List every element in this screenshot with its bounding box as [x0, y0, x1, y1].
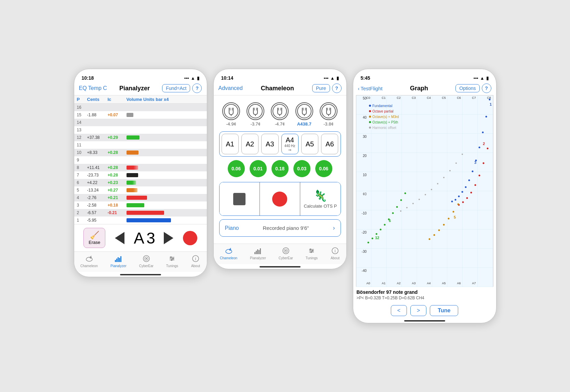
svg-rect-4: [116, 259, 117, 262]
tab-tunings-2[interactable]: Tunings: [306, 246, 318, 260]
tab-chameleon-2[interactable]: Chameleon: [220, 246, 237, 260]
row-cents: +8.33: [87, 150, 108, 155]
cyberear-icon-2: [281, 246, 291, 256]
testflight-back-btn[interactable]: ‹ TestFlight: [358, 86, 383, 91]
tab-about-2[interactable]: i About: [330, 246, 340, 260]
help-btn-2[interactable]: ?: [332, 83, 342, 93]
oct-btn-a5[interactable]: A5: [301, 134, 318, 154]
svg-rect-5: [118, 257, 119, 262]
svg-point-110: [465, 186, 466, 188]
tab-pianalyzer-2[interactable]: Pianalyzer: [250, 246, 266, 260]
status-icons-2: ▪▪▪ ▲ ▮: [324, 76, 339, 81]
fork-icon-5: [320, 102, 337, 120]
bar: [127, 218, 171, 222]
prev-graph-btn[interactable]: <: [391, 305, 407, 316]
tuning-fork-5[interactable]: -3.8¢: [320, 102, 337, 127]
next-note-btn[interactable]: [164, 232, 173, 244]
svg-point-134: [449, 170, 451, 171]
advanced-link[interactable]: Advanced: [218, 85, 243, 91]
eq-temp-link[interactable]: EQ Temp C: [79, 85, 107, 91]
row-bar-cell: [127, 173, 204, 177]
nav-bar-1: EQ Temp C Pianalyzer Fund=Act ?: [74, 82, 207, 95]
pure-btn[interactable]: Pure: [312, 84, 330, 92]
graph-title: Graph: [410, 85, 428, 92]
col-cents: Cents: [87, 97, 108, 102]
pianalyzer-content: P Cents Ic Volume Units bar x4 16 15 -1.…: [74, 95, 207, 224]
tab-tunings-1[interactable]: Tunings: [166, 254, 178, 268]
svg-rect-46: [260, 248, 261, 254]
options-btn[interactable]: Options: [455, 84, 479, 92]
battery-icon-3: ▮: [486, 76, 489, 81]
svg-text:A3: A3: [412, 282, 415, 285]
svg-rect-6: [119, 258, 120, 262]
status-bar-3: 5:45 ▪▪▪ ▲ ▮: [353, 72, 496, 82]
gc-3[interactable]: 0.18: [271, 160, 289, 177]
svg-point-94: [369, 116, 371, 118]
record-btn-1[interactable]: [183, 231, 197, 245]
table-row: 1 -5.95: [74, 217, 207, 224]
fund-act-btn[interactable]: Fund=Act: [162, 84, 190, 92]
bar: [127, 113, 133, 117]
status-icons-1: ▪▪▪ ▲ ▮: [184, 76, 199, 81]
oct-btn-a1[interactable]: A1: [222, 134, 239, 154]
row-p: 3: [77, 203, 87, 208]
tab-pianalyzer-1[interactable]: Pianalyzer: [110, 254, 127, 268]
tab-chameleon-1[interactable]: Chameleon: [80, 254, 98, 268]
tuning-fork-1[interactable]: -4.9¢: [222, 102, 240, 127]
gc-1[interactable]: 0.06: [228, 160, 245, 177]
bar: [127, 135, 140, 140]
gc-4[interactable]: 0.03: [293, 160, 310, 177]
piano-selector[interactable]: Piano Recorded piano 9'6" ›: [219, 219, 341, 237]
triangle-right-icon: [164, 232, 173, 244]
cents-2: -3.7¢: [250, 121, 261, 127]
graph-nav-buttons: < > Tune: [353, 303, 496, 318]
piano-label: Piano: [225, 225, 239, 231]
tune-btn[interactable]: Tune: [430, 305, 458, 316]
tuning-fork-4-active[interactable]: A438.7: [295, 102, 313, 127]
tuning-icons-row: -4.9¢ -3.7¢ -4.7¢: [219, 102, 341, 127]
row-ic: +0.21: [108, 195, 127, 200]
row-bar-cell: [127, 211, 204, 215]
oct-btn-a6[interactable]: A6: [321, 134, 338, 154]
oct-btn-a3[interactable]: A3: [261, 134, 278, 154]
battery-icon-1: ▮: [197, 76, 199, 81]
phone-chameleon: 10:14 ▪▪▪ ▲ ▮ Advanced Chameleon Pure ?: [213, 69, 347, 269]
svg-text:20: 20: [362, 154, 367, 158]
piano-chevron-icon: ›: [333, 224, 335, 232]
oct-btn-a4[interactable]: A4 440 Hz ⇒: [281, 134, 299, 154]
stop-btn[interactable]: [220, 182, 260, 215]
tab-about-1[interactable]: i About: [191, 254, 200, 268]
gc-2[interactable]: 0.01: [250, 160, 267, 177]
row-ic: +0.28: [108, 173, 127, 178]
prev-note-btn[interactable]: [115, 232, 124, 244]
svg-text:-10: -10: [361, 211, 367, 215]
svg-rect-3: [115, 260, 116, 262]
help-btn-3[interactable]: ?: [482, 83, 491, 93]
tab-cyberear-2[interactable]: CyberEar: [279, 246, 293, 260]
oct-btn-a2[interactable]: A2: [241, 134, 259, 154]
record-btn-2[interactable]: [260, 182, 300, 215]
tab-cyberear-1[interactable]: CyberEar: [139, 254, 154, 268]
calc-ots-btn[interactable]: 🦎 Calculate OTS P: [300, 182, 340, 215]
gc-5[interactable]: 0.06: [315, 160, 332, 177]
erase-button[interactable]: 🧹 Erase: [83, 228, 105, 248]
svg-point-55: [310, 251, 312, 253]
svg-point-15: [172, 258, 174, 260]
svg-text:1: 1: [490, 102, 492, 106]
svg-point-143: [392, 212, 394, 214]
tuning-fork-2[interactable]: -3.7¢: [247, 102, 264, 127]
svg-point-128: [412, 203, 414, 204]
svg-text:40: 40: [362, 116, 367, 119]
row-p: 12: [77, 135, 87, 140]
svg-text:¢0: ¢0: [362, 192, 367, 196]
status-bar-2: 10:14 ▪▪▪ ▲ ▮: [214, 72, 346, 82]
about-icon-1: i: [191, 254, 200, 263]
help-btn-1[interactable]: ?: [192, 83, 202, 93]
next-graph-btn[interactable]: >: [410, 305, 426, 316]
svg-point-49: [285, 250, 287, 251]
tuning-fork-3[interactable]: -4.7¢: [271, 102, 289, 127]
svg-point-152: [452, 211, 454, 213]
piano-value: Recorded piano 9'6": [263, 225, 309, 231]
row-cents: -23.73: [87, 173, 108, 178]
triangle-left-icon: [115, 232, 124, 244]
